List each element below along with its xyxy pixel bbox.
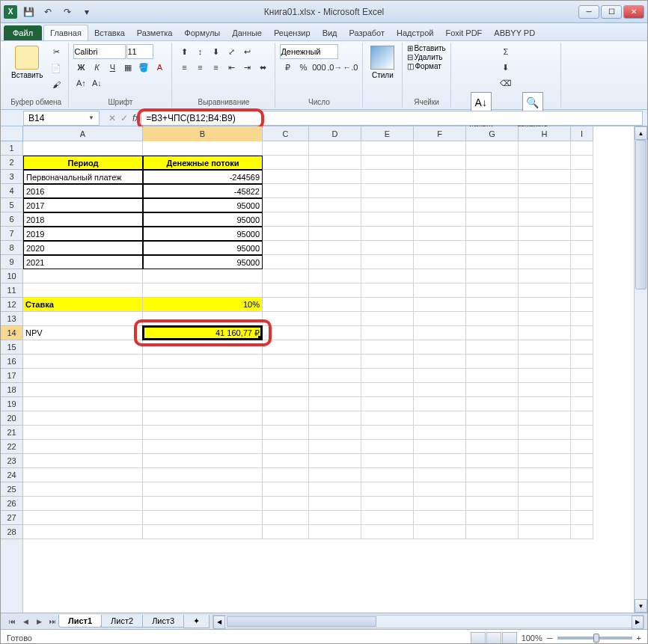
cell-I11[interactable] — [571, 283, 593, 298]
cell-B25[interactable] — [143, 482, 263, 497]
cell-D23[interactable] — [309, 454, 361, 468]
cell-H11[interactable] — [519, 283, 571, 298]
cell-grid[interactable]: ПериодДенежные потокиПервоначальный плат… — [23, 141, 647, 613]
name-box[interactable]: B14 ▼ — [23, 111, 100, 126]
cell-C5[interactable] — [263, 198, 309, 212]
cell-A23[interactable] — [23, 454, 143, 468]
cell-A20[interactable] — [23, 411, 143, 426]
cell-E26[interactable] — [361, 497, 414, 511]
fx-icon[interactable]: fx — [132, 113, 139, 123]
scroll-down-icon[interactable]: ▼ — [635, 599, 647, 613]
cell-C12[interactable] — [263, 298, 309, 312]
row-header-2[interactable]: 2 — [1, 156, 22, 170]
cell-E1[interactable] — [361, 141, 414, 156]
cell-I22[interactable] — [571, 440, 593, 454]
row-header-14[interactable]: 14 — [1, 326, 22, 340]
cell-I8[interactable] — [571, 241, 593, 255]
cell-B5[interactable]: 95000 — [143, 198, 263, 212]
cell-C13[interactable] — [263, 312, 309, 326]
cell-E2[interactable] — [361, 156, 414, 170]
cell-I19[interactable] — [571, 397, 593, 411]
undo-icon[interactable]: ↶ — [40, 4, 56, 20]
save-icon[interactable]: 💾 — [20, 4, 37, 20]
cell-D2[interactable] — [309, 156, 361, 170]
cell-D17[interactable] — [309, 369, 361, 383]
cell-A24[interactable] — [23, 468, 143, 482]
zoom-slider[interactable] — [557, 637, 632, 640]
cell-F13[interactable] — [414, 312, 466, 326]
row-header-9[interactable]: 9 — [1, 255, 22, 269]
cell-H9[interactable] — [519, 255, 571, 269]
new-sheet-button[interactable]: ✦ — [183, 615, 210, 628]
autosum-icon[interactable]: Σ — [498, 44, 513, 59]
row-header-20[interactable]: 20 — [1, 411, 22, 426]
cell-B13[interactable] — [143, 312, 263, 326]
cell-H8[interactable] — [519, 241, 571, 255]
cell-I9[interactable] — [571, 255, 593, 269]
cell-C8[interactable] — [263, 241, 309, 255]
cell-B22[interactable] — [143, 440, 263, 454]
cell-C26[interactable] — [263, 497, 309, 511]
cell-C2[interactable] — [263, 156, 309, 170]
cell-I20[interactable] — [571, 411, 593, 426]
align-right-icon[interactable]: ≡ — [208, 60, 223, 75]
cell-B20[interactable] — [143, 411, 263, 426]
cell-A26[interactable] — [23, 497, 143, 511]
cell-I12[interactable] — [571, 298, 593, 312]
minimize-button[interactable]: ─ — [578, 5, 599, 19]
row-header-11[interactable]: 11 — [1, 283, 22, 298]
cell-A27[interactable] — [23, 511, 143, 525]
cell-D25[interactable] — [309, 482, 361, 497]
cell-E23[interactable] — [361, 454, 414, 468]
scroll-right-icon[interactable]: ▶ — [632, 616, 644, 629]
cell-F6[interactable] — [414, 212, 466, 227]
cell-A11[interactable] — [23, 283, 143, 298]
cell-G1[interactable] — [466, 141, 519, 156]
sheet-tab-3[interactable]: Лист3 — [142, 615, 184, 628]
cell-F17[interactable] — [414, 369, 466, 383]
close-button[interactable]: ✕ — [623, 5, 644, 19]
row-header-22[interactable]: 22 — [1, 440, 22, 454]
cell-B6[interactable]: 95000 — [143, 212, 263, 227]
increase-decimal-icon[interactable]: .0→ — [327, 60, 342, 75]
cell-I3[interactable] — [571, 170, 593, 184]
cell-H7[interactable] — [519, 227, 571, 241]
cell-F23[interactable] — [414, 454, 466, 468]
tab-developer[interactable]: Разработ — [343, 25, 391, 40]
cell-F8[interactable] — [414, 241, 466, 255]
vscroll-thumb[interactable] — [635, 140, 647, 289]
cell-F19[interactable] — [414, 397, 466, 411]
cell-H21[interactable] — [519, 426, 571, 440]
cell-B11[interactable] — [143, 283, 263, 298]
cell-C22[interactable] — [263, 440, 309, 454]
cell-D4[interactable] — [309, 184, 361, 198]
cell-D27[interactable] — [309, 511, 361, 525]
cell-C19[interactable] — [263, 397, 309, 411]
row-header-16[interactable]: 16 — [1, 355, 22, 369]
cell-C28[interactable] — [263, 525, 309, 539]
row-header-24[interactable]: 24 — [1, 468, 22, 482]
select-all-corner[interactable] — [1, 126, 23, 141]
cell-B15[interactable] — [143, 340, 263, 355]
row-header-27[interactable]: 27 — [1, 511, 22, 525]
cell-D26[interactable] — [309, 497, 361, 511]
font-size-select[interactable] — [126, 44, 153, 59]
cell-E18[interactable] — [361, 383, 414, 397]
cell-H19[interactable] — [519, 397, 571, 411]
cell-A1[interactable] — [23, 141, 143, 156]
cell-A22[interactable] — [23, 440, 143, 454]
cell-C21[interactable] — [263, 426, 309, 440]
cell-I24[interactable] — [571, 468, 593, 482]
cell-E13[interactable] — [361, 312, 414, 326]
cell-E20[interactable] — [361, 411, 414, 426]
cell-G9[interactable] — [466, 255, 519, 269]
cell-F28[interactable] — [414, 525, 466, 539]
cell-E16[interactable] — [361, 355, 414, 369]
cell-E22[interactable] — [361, 440, 414, 454]
row-header-26[interactable]: 26 — [1, 497, 22, 511]
increase-font-icon[interactable]: A↑ — [73, 76, 88, 91]
col-header-D[interactable]: D — [309, 126, 361, 141]
cell-B1[interactable] — [143, 141, 263, 156]
cell-G11[interactable] — [466, 283, 519, 298]
cell-E28[interactable] — [361, 525, 414, 539]
